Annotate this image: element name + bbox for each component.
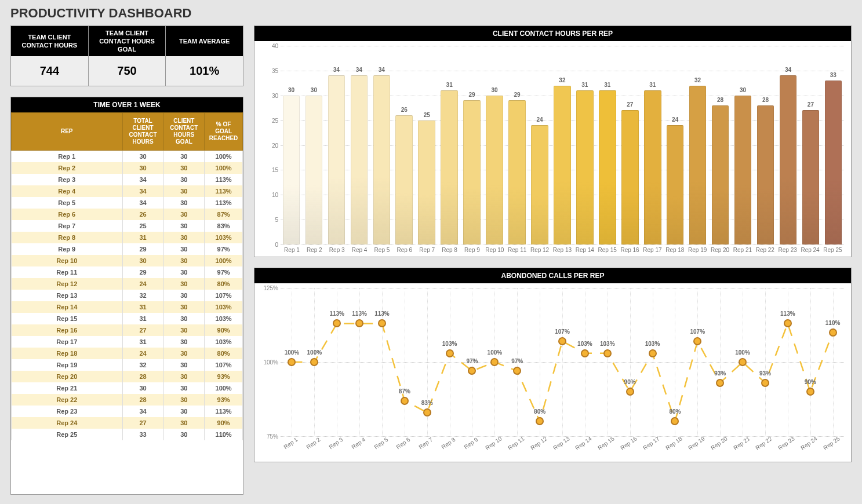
bar-chart-xaxis: Rep 1Rep 2Rep 3Rep 4Rep 5Rep 6Rep 7Rep 8…: [281, 247, 844, 253]
table-cell: 30: [163, 162, 205, 174]
bar: [554, 86, 571, 244]
table-cell: 83%: [205, 220, 243, 232]
bar-value-label: 31: [649, 82, 656, 89]
table-cell: Rep 17: [12, 336, 123, 348]
x-label: Rep 24: [799, 247, 821, 253]
table-header: TOTAL CLIENT CONTACT HOURS: [122, 113, 163, 151]
line-point-label: 107%: [555, 328, 570, 335]
table-cell: 30: [163, 371, 205, 382]
table-cell: 34: [122, 174, 163, 185]
table-cell: 103%: [205, 336, 243, 348]
table-cell: Rep 5: [12, 197, 123, 209]
bar-slot: 27: [800, 46, 821, 244]
table-cell: 29: [122, 266, 163, 278]
table-cell: 90%: [205, 324, 243, 336]
bar: [757, 105, 774, 244]
table-cell: 113%: [205, 197, 243, 209]
line-point: [649, 349, 657, 357]
table-row: Rep 143130103%: [12, 301, 243, 313]
bar: [508, 100, 526, 244]
bar: [351, 75, 368, 244]
bar: [689, 86, 707, 244]
table-row: Rep 53430113%: [12, 197, 243, 209]
line-point-label: 93%: [759, 370, 771, 377]
table-cell: 93%: [205, 394, 243, 406]
table-cell: 31: [122, 336, 163, 348]
layout: TEAM CLIENT CONTACT HOURS744TEAM CLIENT …: [10, 25, 852, 495]
line-point-label: 100%: [307, 349, 322, 356]
bar: [802, 110, 820, 244]
bar: [712, 105, 729, 244]
table-cell: Rep 20: [12, 371, 123, 382]
line-point: [716, 379, 724, 387]
table-cell: 113%: [205, 174, 243, 185]
table-cell: 113%: [205, 406, 243, 417]
table-panel: TIME OVER 1 WEEK REPTOTAL CLIENT CONTACT…: [10, 97, 243, 495]
x-label: Rep 4: [348, 247, 371, 253]
x-label: Rep 23: [776, 247, 799, 253]
x-label: Rep 22: [754, 247, 776, 253]
bar-value-label: 28: [762, 97, 769, 104]
x-label: Rep 20: [709, 247, 732, 253]
x-label: Rep 7: [416, 247, 438, 253]
table-header: CLIENT CONTACT HOURS GOAL: [163, 113, 205, 151]
line-point-label: 110%: [825, 320, 841, 326]
table-header: % OF GOAL REACHED: [205, 113, 243, 151]
table-row: Rep 9293097%: [12, 243, 243, 255]
bar-slot: 32: [687, 46, 708, 244]
line-point: [761, 379, 769, 387]
line-point-label: 97%: [511, 358, 523, 364]
table-cell: 25: [122, 220, 163, 232]
table-row: Rep 173130103%: [12, 336, 243, 348]
y-tick: 30: [259, 92, 278, 98]
x-label: Rep 9: [461, 247, 483, 253]
x-label: Rep 12: [529, 247, 551, 253]
bar-slot: 26: [394, 46, 415, 244]
table-cell: Rep 19: [12, 359, 123, 371]
line-point: [829, 328, 837, 337]
table-cell: Rep 10: [12, 255, 123, 266]
bar-slot: 30: [732, 46, 754, 244]
line-point-label: 97%: [466, 358, 478, 364]
table-title: TIME OVER 1 WEEK: [11, 97, 243, 112]
bar-value-label: 24: [536, 116, 543, 124]
table-cell: 30: [122, 255, 163, 266]
x-label: Rep 13: [551, 247, 574, 253]
table-row: Rep 233430113%: [12, 406, 243, 417]
bar: [283, 96, 300, 244]
x-label: Rep 18: [664, 247, 686, 253]
bar-slot: 32: [551, 46, 573, 244]
kpi-label: TEAM CLIENT CONTACT HOURS: [11, 26, 88, 56]
y-tick: 10: [259, 192, 278, 198]
x-label: Rep 6: [393, 247, 416, 253]
bar-slot: 24: [664, 46, 686, 244]
table-cell: 31: [122, 313, 163, 324]
table-cell: 31: [122, 232, 163, 243]
table-row: Rep 23030100%: [12, 162, 243, 174]
y-tick: 125%: [259, 285, 278, 291]
table-cell: 28: [122, 371, 163, 382]
table-row: Rep 133230107%: [12, 290, 243, 301]
bar-slot: 34: [348, 46, 370, 244]
bar-value-label: 34: [333, 67, 340, 74]
table-cell: 24: [122, 348, 163, 359]
bar: [441, 90, 458, 244]
bar-slot: 28: [710, 46, 731, 244]
bar-slot: 31: [439, 46, 460, 244]
table-row: Rep 24273090%: [12, 417, 243, 429]
bar-slot: 29: [507, 46, 528, 244]
table-row: Rep 6263087%: [12, 209, 243, 220]
table-cell: 33: [122, 429, 163, 440]
table-cell: Rep 4: [12, 185, 123, 197]
table-cell: 107%: [205, 359, 243, 371]
bar-value-label: 30: [491, 87, 497, 94]
line-point-label: 80%: [669, 408, 681, 415]
table-cell: 30: [163, 151, 205, 163]
bar: [328, 75, 345, 244]
table-row: Rep 16273090%: [12, 324, 243, 336]
bar: [644, 90, 661, 244]
bar-chart-title: CLIENT CONTACT HOURS PER REP: [254, 26, 851, 41]
table-cell: 30: [163, 220, 205, 232]
line-point-label: 113%: [780, 311, 795, 317]
line-point-label: 103%: [577, 341, 592, 347]
